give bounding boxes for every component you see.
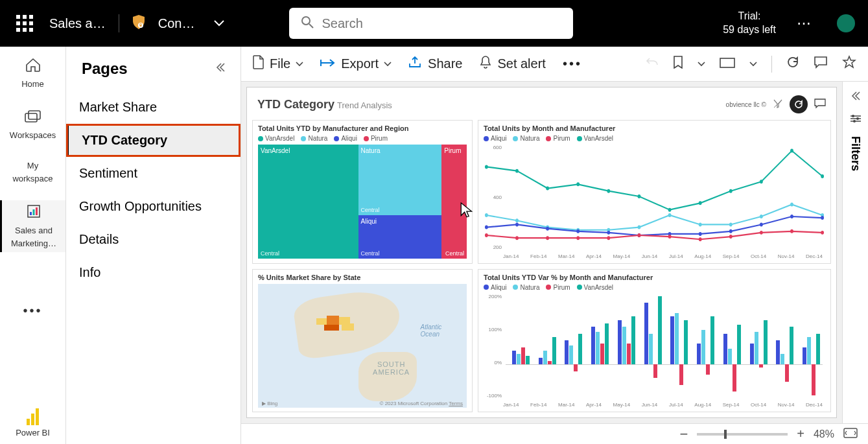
zoom-percent[interactable]: 48% bbox=[814, 428, 834, 440]
bell-icon bbox=[479, 55, 492, 73]
viz-treemap[interactable]: Total Units YTD by Manufacturer and Regi… bbox=[252, 120, 473, 264]
svg-point-55 bbox=[607, 236, 610, 240]
svg-point-60 bbox=[760, 231, 763, 235]
nav-workspaces[interactable]: Workspaces bbox=[0, 106, 65, 144]
svg-point-52 bbox=[515, 236, 519, 240]
zoom-slider[interactable] bbox=[697, 433, 788, 436]
viz-line-chart[interactable]: Total Units by Month and Manufacturer Al… bbox=[478, 120, 831, 264]
svg-point-50 bbox=[821, 216, 824, 220]
svg-rect-13 bbox=[720, 58, 734, 67]
page-info[interactable]: Info bbox=[66, 256, 240, 289]
trial-line1: Trial: bbox=[723, 10, 776, 23]
page-sentiment[interactable]: Sentiment bbox=[66, 157, 240, 190]
nav-my-workspace[interactable]: My workspace bbox=[0, 157, 65, 187]
avatar[interactable] bbox=[837, 14, 855, 32]
chevron-down-icon[interactable] bbox=[749, 62, 757, 67]
more-header-icon[interactable]: ⋯ bbox=[797, 15, 811, 32]
filters-label: Filters bbox=[849, 136, 862, 171]
set-alert-button[interactable]: Set alert bbox=[479, 55, 545, 73]
expand-filters-icon[interactable] bbox=[851, 91, 860, 104]
treemap-body: VanArsdelCentral NaturaCentral AliquiCen… bbox=[258, 145, 467, 259]
toolbar-more-icon[interactable]: ••• bbox=[563, 56, 582, 71]
filter-off-icon[interactable] bbox=[773, 99, 783, 111]
page-details[interactable]: Details bbox=[66, 223, 240, 256]
page-growth-opportunities[interactable]: Growth Opportunities bbox=[66, 190, 240, 223]
svg-point-56 bbox=[638, 233, 641, 237]
file-icon bbox=[253, 55, 264, 73]
svg-point-32 bbox=[638, 226, 641, 229]
map-terms-link[interactable]: Terms bbox=[449, 401, 463, 406]
chevron-down-icon[interactable] bbox=[698, 62, 705, 67]
collapse-pages-icon[interactable] bbox=[216, 62, 225, 76]
viz-bar-chart[interactable]: Total Units YTD Var % by Month and Manuf… bbox=[478, 269, 831, 413]
app-launcher-icon[interactable] bbox=[13, 12, 36, 35]
report-canvas[interactable]: YTD CategoryTrend Analysis obvience llc … bbox=[241, 82, 842, 423]
favorite-icon[interactable] bbox=[842, 55, 856, 73]
report-toolbar: File Export Share Set alert bbox=[241, 47, 868, 82]
svg-point-19 bbox=[607, 189, 610, 193]
pages-pane: Pages Market Share YTD Category Sentimen… bbox=[66, 47, 241, 444]
app-title[interactable]: Sales a… bbox=[49, 16, 106, 31]
svg-point-34 bbox=[699, 222, 702, 226]
home-icon bbox=[25, 57, 41, 76]
export-menu[interactable]: Export bbox=[320, 56, 392, 71]
search-input[interactable] bbox=[322, 16, 561, 31]
svg-point-22 bbox=[699, 201, 702, 205]
top-header: Sales a… Con… Trial: 59 days left ⋯ bbox=[0, 0, 868, 47]
viz-comment-icon[interactable] bbox=[814, 99, 826, 111]
filter-settings-icon[interactable] bbox=[850, 114, 862, 126]
pages-title: Pages bbox=[82, 60, 128, 78]
workspaces-icon bbox=[24, 110, 42, 128]
svg-point-62 bbox=[821, 231, 824, 235]
view-mode-icon[interactable] bbox=[720, 56, 735, 71]
share-icon bbox=[408, 56, 423, 72]
svg-point-17 bbox=[546, 187, 549, 191]
viz-map[interactable]: % Units Market Share by State bbox=[252, 269, 473, 413]
svg-point-16 bbox=[515, 169, 519, 173]
page-market-share[interactable]: Market Share bbox=[66, 91, 240, 124]
svg-point-37 bbox=[790, 202, 793, 206]
nav-home[interactable]: Home bbox=[0, 53, 65, 93]
share-button[interactable]: Share bbox=[408, 56, 462, 72]
search-box[interactable] bbox=[289, 8, 573, 39]
map-body: Atlantic Ocean SOUTH AMERICA ▶ Bing © 20… bbox=[258, 284, 467, 408]
nav-sales-marketing[interactable]: Sales and Marketing… bbox=[0, 200, 65, 252]
svg-point-59 bbox=[729, 235, 733, 239]
line-body: 600400200 Jan-14Feb-14Mar-14Apr-14May-14… bbox=[484, 145, 825, 259]
zoom-out-button[interactable]: − bbox=[679, 426, 688, 443]
fit-to-page-icon[interactable] bbox=[843, 428, 858, 441]
undo-icon[interactable] bbox=[646, 56, 659, 71]
svg-point-42 bbox=[576, 229, 580, 233]
brand-label: obvience llc © bbox=[726, 101, 766, 108]
refresh-icon[interactable] bbox=[786, 56, 799, 72]
comment-icon[interactable] bbox=[814, 56, 828, 72]
toolbar-divider bbox=[771, 56, 772, 73]
viz-title: Total Units YTD Var % by Month and Manuf… bbox=[484, 274, 825, 281]
nav-workspaces-label: Workspaces bbox=[10, 130, 56, 140]
page-ytd-category[interactable]: YTD Category bbox=[66, 124, 240, 157]
svg-rect-69 bbox=[844, 428, 857, 438]
svg-point-68 bbox=[853, 120, 856, 123]
nav-home-label: Home bbox=[21, 79, 44, 89]
svg-point-58 bbox=[699, 237, 702, 241]
svg-rect-9 bbox=[33, 209, 35, 215]
bookmark-icon[interactable] bbox=[673, 56, 683, 72]
export-icon bbox=[320, 56, 336, 71]
filters-pane-collapsed[interactable]: Filters bbox=[842, 82, 868, 423]
chevron-down-icon[interactable] bbox=[214, 18, 224, 29]
sensitivity-label[interactable]: Con… bbox=[158, 16, 195, 31]
svg-rect-5 bbox=[25, 113, 37, 122]
svg-point-48 bbox=[760, 222, 763, 226]
header-divider bbox=[119, 14, 119, 32]
trial-status[interactable]: Trial: 59 days left bbox=[723, 10, 776, 37]
shield-icon bbox=[132, 15, 145, 32]
svg-point-3 bbox=[302, 17, 310, 25]
nav-more-icon[interactable]: ••• bbox=[23, 303, 42, 318]
svg-point-54 bbox=[576, 236, 580, 240]
svg-line-4 bbox=[309, 24, 313, 28]
nav-powerbi[interactable]: Power BI bbox=[16, 408, 50, 438]
file-menu[interactable]: File bbox=[253, 55, 303, 73]
reset-icon[interactable] bbox=[790, 95, 808, 113]
svg-rect-8 bbox=[30, 212, 32, 215]
zoom-in-button[interactable]: + bbox=[797, 426, 804, 441]
